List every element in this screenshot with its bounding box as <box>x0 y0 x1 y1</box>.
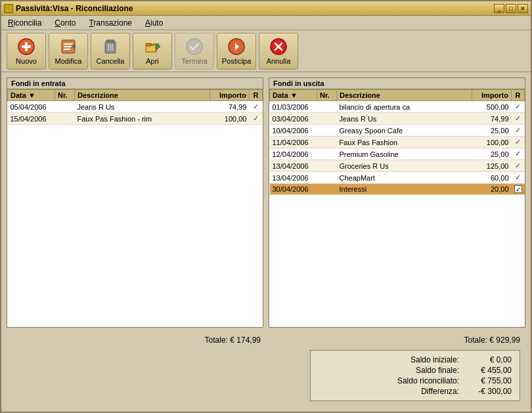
expense-cell-importo: 60,00 <box>472 172 512 184</box>
expense-cell-r: ✓ <box>512 113 525 125</box>
expense-cell-r: ✓ <box>512 101 525 113</box>
close-button[interactable]: ✕ <box>518 4 528 13</box>
expense-panel: Fondi in uscita Data ▼ Nr. Descrizione I… <box>269 77 525 328</box>
check-icon: ✓ <box>253 102 259 110</box>
termina-label: Termina <box>181 57 207 65</box>
expense-row[interactable]: 12/04/2006 Premium Gasoline 25,00 ✓ <box>270 148 525 160</box>
income-row[interactable]: 05/04/2006 Jeans R Us 74,99 ✓ <box>8 101 263 113</box>
posticipa-label: Posticipa <box>222 57 252 65</box>
menu-riconcilia[interactable]: Riconcilia <box>4 17 45 29</box>
check-icon: ✓ <box>515 150 521 158</box>
svg-rect-12 <box>112 44 113 51</box>
expense-col-data[interactable]: Data ▼ <box>270 90 317 101</box>
income-cell-nr <box>55 101 75 113</box>
income-cell-data: 05/04/2006 <box>8 101 55 113</box>
totals-container: Totale: € 174,99 Totale: € 929,99 <box>7 333 525 347</box>
income-col-importo: Importo <box>210 90 250 101</box>
annulla-label: Annulla <box>267 57 291 65</box>
expense-cell-importo: 25,00 <box>472 148 512 160</box>
expense-cell-descrizione: bilancio di apertura ca <box>337 101 472 113</box>
expense-cell-importo: 100,00 <box>472 137 512 148</box>
expense-cell-importo: 25,00 <box>472 125 512 137</box>
expense-cell-data: 01/03/2006 <box>270 101 317 113</box>
expense-cell-descrizione: Premium Gasoline <box>337 148 472 160</box>
expense-cell-data: 03/04/2006 <box>270 113 317 125</box>
menu-conto[interactable]: Conto <box>51 17 79 29</box>
income-cell-data: 15/04/2006 <box>8 113 55 125</box>
summary-label-0: Saldo iniziale: <box>319 355 459 364</box>
income-table-container[interactable]: Data ▼ Nr. Descrizione Importo R 05/04/2… <box>7 89 263 327</box>
apri-button[interactable]: Apri <box>133 33 172 70</box>
title-bar: Passività:Visa - Riconciliazione _ □ ✕ <box>1 1 531 16</box>
cancella-button[interactable]: Cancella <box>91 33 130 70</box>
check-icon: ✓ <box>515 114 521 122</box>
check-icon: ✓ <box>515 173 521 181</box>
expense-cell-nr <box>317 101 337 113</box>
modifica-button[interactable]: Modifica <box>49 33 88 70</box>
expense-row[interactable]: 03/04/2006 Jeans R Us 74,99 ✓ <box>270 113 525 125</box>
menu-transazione[interactable]: Transazione <box>85 17 136 29</box>
bottom-area: Totale: € 174,99 Totale: € 929,99 Saldo … <box>1 333 531 412</box>
expense-col-r: R <box>512 90 525 101</box>
income-cell-descrizione: Faux Pas Fashion - rim <box>75 113 210 125</box>
expense-cell-data: 11/04/2006 <box>270 137 317 148</box>
income-cell-r: ✓ <box>250 101 263 113</box>
svg-rect-15 <box>146 43 151 46</box>
expense-row[interactable]: 01/03/2006 bilancio di apertura ca 500,0… <box>270 101 525 113</box>
modifica-label: Modifica <box>55 57 82 65</box>
annulla-button[interactable]: Annulla <box>259 33 298 70</box>
checkbox-icon[interactable] <box>514 185 522 193</box>
expense-row[interactable]: 10/04/2006 Greasy Spoon Cafe 25,00 ✓ <box>270 125 525 137</box>
expense-table: Data ▼ Nr. Descrizione Importo R 01/03/2… <box>269 89 525 195</box>
termina-button[interactable]: Termina <box>175 33 214 70</box>
posticipa-button[interactable]: Posticipa <box>217 33 256 70</box>
summary-box: Saldo iniziale: € 0,00 Saldo finale: € 4… <box>310 350 520 401</box>
summary-row-3: Differenza: -€ 300,00 <box>319 386 512 397</box>
income-col-data[interactable]: Data ▼ <box>8 90 55 101</box>
nuovo-icon <box>17 37 35 56</box>
nuovo-button[interactable]: Nuovo <box>7 33 46 70</box>
window-title: Passività:Visa - Riconciliazione <box>16 4 133 13</box>
expense-table-container[interactable]: Data ▼ Nr. Descrizione Importo R 01/03/2… <box>269 89 525 327</box>
expense-panel-title: Fondi in uscita <box>269 78 525 89</box>
income-panel: Fondi in entrata Data ▼ Nr. Descrizione … <box>7 77 263 328</box>
summary-label-3: Differenza: <box>319 387 459 396</box>
expense-row[interactable]: 13/04/2006 CheapMart 60,00 ✓ <box>270 172 525 184</box>
expense-cell-r: ✓ <box>512 137 525 148</box>
check-icon: ✓ <box>515 138 521 146</box>
expense-cell-nr <box>317 160 337 172</box>
check-icon: ✓ <box>515 102 521 110</box>
expense-col-descrizione: Descrizione <box>337 90 472 101</box>
minimize-button[interactable]: _ <box>494 4 504 13</box>
check-icon: ✓ <box>515 162 521 169</box>
expense-cell-nr <box>317 184 337 195</box>
expense-cell-importo: 74,99 <box>472 113 512 125</box>
cancella-label: Cancella <box>97 57 125 65</box>
income-col-descrizione: Descrizione <box>75 90 210 101</box>
expense-row[interactable]: 13/04/2006 Groceries R Us 125,00 ✓ <box>270 160 525 172</box>
expense-row[interactable]: 30/04/2006 Interessi 20,00 <box>270 184 525 195</box>
expense-col-nr: Nr. <box>317 90 337 101</box>
summary-row-2: Saldo riconciliato: € 755,00 <box>319 376 512 386</box>
expense-total: Totale: € 929,99 <box>266 333 525 347</box>
income-cell-descrizione: Jeans R Us <box>75 101 210 113</box>
summary-value-2: € 755,00 <box>459 376 512 385</box>
toolbar: Nuovo Modifica <box>1 30 531 72</box>
modifica-icon <box>59 37 78 56</box>
expense-cell-r: ✓ <box>512 148 525 160</box>
svg-rect-2 <box>22 45 31 48</box>
income-row[interactable]: 15/04/2006 Faux Pas Fashion - rim 100,00… <box>8 113 263 125</box>
maximize-button[interactable]: □ <box>506 4 516 13</box>
expense-row[interactable]: 11/04/2006 Faux Pas Fashion 100,00 ✓ <box>270 137 525 148</box>
summary-value-1: € 455,00 <box>459 366 512 375</box>
summary-label-2: Saldo riconciliato: <box>319 376 459 385</box>
income-cell-r: ✓ <box>250 113 263 125</box>
income-cell-importo: 74,99 <box>210 101 250 113</box>
income-total: Totale: € 174,99 <box>7 333 266 347</box>
expense-cell-nr <box>317 172 337 184</box>
income-table: Data ▼ Nr. Descrizione Importo R 05/04/2… <box>7 89 263 125</box>
window-icon <box>4 4 13 13</box>
svg-point-17 <box>187 39 202 54</box>
menu-aiuto[interactable]: Aiuto <box>141 17 167 29</box>
content-area: Fondi in entrata Data ▼ Nr. Descrizione … <box>1 72 531 333</box>
